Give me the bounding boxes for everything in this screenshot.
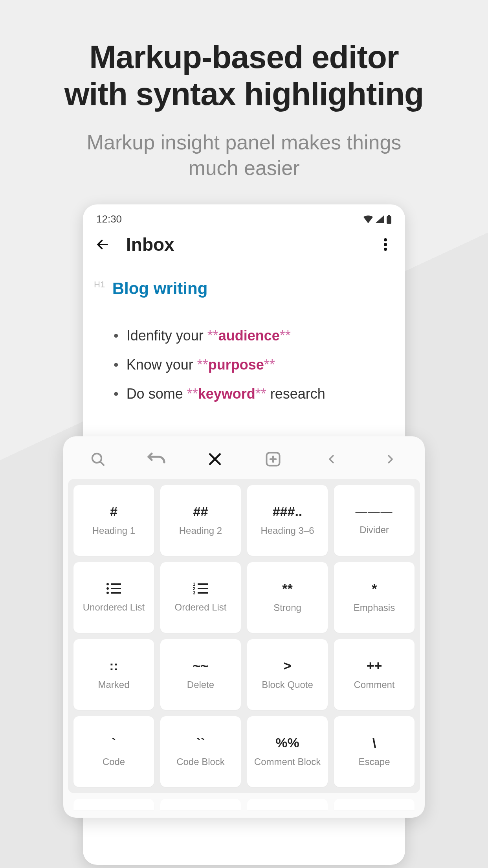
bullet-post: research	[266, 386, 325, 402]
cell-heading-2[interactable]: ##Heading 2	[160, 485, 241, 556]
md-stars: **	[207, 327, 218, 344]
panel-toolbar	[63, 436, 425, 479]
cell-sym: *	[372, 582, 377, 595]
cell-strong[interactable]: **Strong	[247, 562, 328, 633]
cell-label: Heading 1	[92, 525, 135, 536]
bullet-icon: •	[114, 327, 119, 344]
cell-label: Unordered List	[83, 602, 145, 613]
cell-label: Strong	[273, 602, 301, 613]
cell-sym: #	[110, 505, 117, 518]
svg-rect-1	[388, 215, 390, 216]
battery-icon	[386, 215, 392, 224]
editor-h1-line: H1 Blog writing	[94, 276, 394, 301]
svg-rect-14	[111, 583, 121, 585]
next-button[interactable]	[378, 447, 402, 471]
close-icon	[207, 452, 222, 467]
cell-marked[interactable]: ::Marked	[73, 639, 154, 710]
svg-point-4	[384, 243, 387, 246]
md-bold: audience	[218, 327, 280, 344]
promo-title: Markup-based editor with syntax highligh…	[0, 39, 488, 113]
promo-sub-line2: much easier	[188, 156, 299, 179]
cell-sym: %%	[275, 736, 299, 749]
cell-sym: `	[112, 736, 116, 749]
cell-comment[interactable]: ++Comment	[334, 639, 415, 710]
peek-cell	[247, 799, 328, 810]
bullet-pre: Know your	[127, 357, 197, 373]
more-button[interactable]	[377, 236, 394, 253]
bullet-pre: Do some	[127, 386, 187, 402]
svg-point-13	[106, 583, 109, 585]
cell-label: Escape	[358, 756, 390, 767]
cell-comment-block[interactable]: %%Comment Block	[247, 716, 328, 787]
page-title: Inbox	[126, 234, 362, 255]
cell-block-quote[interactable]: >Block Quote	[247, 639, 328, 710]
unordered-list-icon	[106, 582, 122, 595]
arrow-left-icon	[95, 237, 110, 252]
bullet-line-1: • Know your **purpose**	[106, 354, 394, 376]
bullet-line-0: • Idenfity your **audience**	[106, 325, 394, 347]
bullet-icon: •	[114, 386, 119, 402]
cell-sym: \	[372, 736, 376, 749]
cell-label: Ordered List	[174, 602, 226, 613]
cell-emphasis[interactable]: *Emphasis	[334, 562, 415, 633]
markup-grid: #Heading 1 ##Heading 2 ###..Heading 3–6 …	[68, 479, 420, 793]
cell-label: Code	[103, 756, 125, 767]
status-time: 12:30	[96, 213, 122, 225]
status-icons	[363, 215, 392, 224]
search-button[interactable]	[86, 447, 110, 471]
cell-label: Comment Block	[254, 756, 321, 767]
close-button[interactable]	[203, 447, 227, 471]
cell-label: Comment	[354, 679, 394, 690]
chevron-left-icon	[326, 451, 338, 467]
add-button[interactable]	[261, 447, 285, 471]
md-stars: **	[197, 357, 208, 373]
cell-delete[interactable]: ~~Delete	[160, 639, 241, 710]
cell-unordered-list[interactable]: Unordered List	[73, 562, 154, 633]
search-icon	[90, 451, 106, 467]
cell-heading-1[interactable]: #Heading 1	[73, 485, 154, 556]
cell-label: Delete	[187, 679, 214, 690]
svg-rect-22	[198, 588, 208, 589]
undo-button[interactable]	[145, 447, 168, 471]
cell-sym: ———	[356, 506, 393, 517]
cell-label: Heading 3–6	[261, 525, 314, 536]
md-stars: **	[255, 386, 266, 402]
cell-sym: ::	[109, 659, 118, 672]
md-stars: **	[264, 357, 275, 373]
cell-ordered-list[interactable]: 123 Ordered List	[160, 562, 241, 633]
markup-panel: #Heading 1 ##Heading 2 ###..Heading 3–6 …	[63, 436, 425, 818]
cell-label: Emphasis	[354, 602, 395, 613]
cell-label: Heading 2	[179, 525, 222, 536]
cell-code[interactable]: `Code	[73, 716, 154, 787]
svg-point-3	[384, 238, 387, 241]
editor-area[interactable]: H1 Blog writing • Idenfity your **audien…	[83, 265, 405, 405]
promo-sub-line1: Markup insight panel makes things	[87, 131, 402, 154]
cell-code-block[interactable]: ``Code Block	[160, 716, 241, 787]
more-vert-icon	[383, 238, 387, 251]
cell-sym: ``	[196, 736, 205, 749]
svg-rect-0	[387, 216, 391, 224]
md-stars: **	[280, 327, 291, 344]
cell-sym: ~~	[193, 659, 209, 672]
svg-text:3: 3	[193, 590, 195, 595]
bullet-pre: Idenfity your	[127, 327, 207, 344]
back-button[interactable]	[94, 236, 111, 253]
h1-tag: H1	[94, 280, 105, 289]
cell-label: Divider	[360, 524, 389, 535]
cell-divider[interactable]: ———Divider	[334, 485, 415, 556]
cell-heading-3-6[interactable]: ###..Heading 3–6	[247, 485, 328, 556]
cell-sym: ##	[193, 505, 208, 518]
grid-peek-row	[68, 799, 420, 810]
svg-point-17	[106, 592, 109, 594]
plus-square-icon	[264, 451, 282, 468]
svg-rect-16	[111, 588, 121, 589]
md-bold: keyword	[198, 386, 255, 402]
status-bar: 12:30	[83, 204, 405, 229]
prev-button[interactable]	[320, 447, 343, 471]
md-stars: **	[187, 386, 198, 402]
chevron-right-icon	[384, 451, 396, 467]
cell-sym: **	[282, 582, 292, 595]
md-bold: purpose	[208, 357, 264, 373]
promo-title-line1: Markup-based editor	[89, 39, 398, 75]
cell-escape[interactable]: \Escape	[334, 716, 415, 787]
